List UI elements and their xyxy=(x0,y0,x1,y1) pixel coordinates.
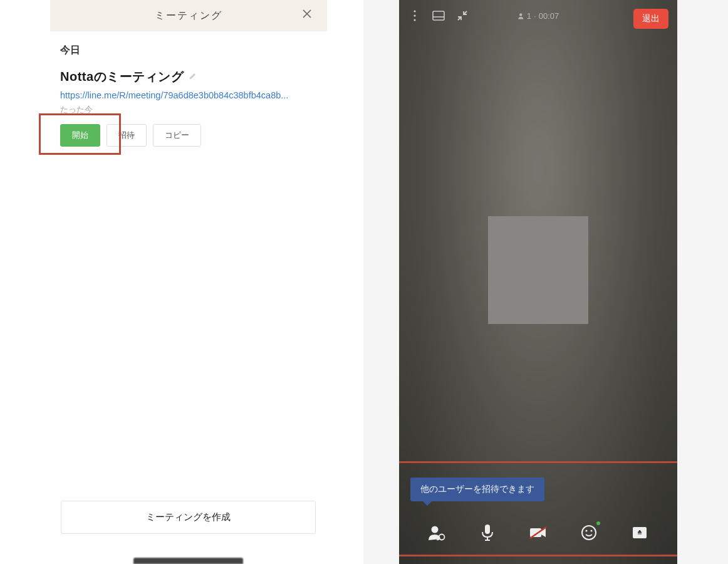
svg-point-6 xyxy=(432,526,439,533)
participants-info: 1 · 00:07 xyxy=(517,11,559,21)
layout-icon[interactable] xyxy=(432,9,445,23)
copy-button[interactable]: コピー xyxy=(153,124,201,147)
close-icon[interactable] xyxy=(301,8,313,24)
timestamp: たった今 xyxy=(60,104,317,115)
invite-user-icon[interactable] xyxy=(427,523,447,543)
microphone-icon[interactable] xyxy=(477,523,497,543)
meeting-title: Nottaのミーティング xyxy=(60,68,184,85)
svg-rect-3 xyxy=(433,11,444,20)
bottom-controls xyxy=(399,523,677,543)
camera-off-icon[interactable] xyxy=(528,523,548,543)
svg-point-15 xyxy=(590,530,592,532)
svg-point-0 xyxy=(413,10,415,12)
invite-tooltip: 他のユーザーを招待できます xyxy=(410,478,544,501)
participant-count: 1 xyxy=(527,11,531,21)
meeting-title-row: Nottaのミーティング xyxy=(60,68,317,85)
meeting-link[interactable]: https://line.me/R/meeting/79a6d8e3b0b84c… xyxy=(60,90,298,100)
svg-point-2 xyxy=(413,19,415,21)
video-call-panel: 1 · 00:07 退出 他のユーザーを招待できます xyxy=(399,0,677,564)
date-label: 今日 xyxy=(60,44,317,57)
content-area: 今日 Nottaのミーティング https://line.me/R/meetin… xyxy=(50,31,327,147)
start-button[interactable]: 開始 xyxy=(60,124,100,147)
minimize-icon[interactable] xyxy=(455,9,469,23)
more-icon[interactable] xyxy=(408,9,422,23)
screen-share-icon[interactable] xyxy=(630,523,650,543)
left-header: ミーティング xyxy=(50,0,327,31)
effects-icon[interactable] xyxy=(579,523,599,543)
exit-button[interactable]: 退出 xyxy=(633,9,668,29)
svg-rect-8 xyxy=(485,525,490,534)
bottom-bar xyxy=(133,558,243,564)
invite-button[interactable]: 招待 xyxy=(107,124,147,147)
top-bar: 1 · 00:07 退出 xyxy=(399,0,677,31)
create-meeting-button[interactable]: ミーティングを作成 xyxy=(61,501,316,534)
svg-point-13 xyxy=(582,526,596,540)
video-avatar-placeholder xyxy=(488,216,588,324)
call-duration: 00:07 xyxy=(539,11,559,21)
edit-icon[interactable] xyxy=(189,71,197,82)
meeting-list-panel: ミーティング 今日 Nottaのミーティング https://line.me/R… xyxy=(0,0,363,564)
button-row: 開始 招待 コピー xyxy=(60,124,317,147)
svg-point-5 xyxy=(519,13,522,16)
svg-point-1 xyxy=(413,14,415,16)
effects-active-dot xyxy=(596,521,600,525)
svg-rect-11 xyxy=(530,528,541,537)
svg-point-14 xyxy=(585,530,587,532)
header-title: ミーティング xyxy=(155,9,222,23)
